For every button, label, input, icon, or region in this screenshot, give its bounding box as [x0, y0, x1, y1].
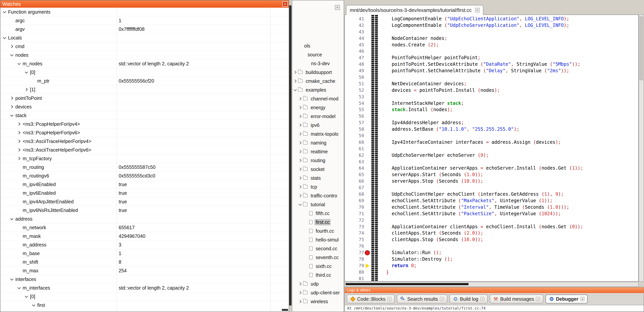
marker-margin[interactable] [364, 256, 371, 263]
tab-debugger[interactable]: Debugger [546, 295, 588, 303]
marker-margin[interactable] [364, 165, 371, 171]
marker-margin[interactable] [364, 81, 371, 87]
watch-row-ns3-asciitracehelperforipv6[interactable]: <ns3::AsciiTraceHelperForIpv6> [0, 146, 289, 154]
marker-margin[interactable] [364, 42, 371, 48]
marker-margin[interactable] [364, 198, 371, 204]
tree-item-hello-simul[interactable]: hello-simul [292, 235, 344, 244]
tree-item-sixth-cc[interactable]: sixth.cc [292, 262, 344, 271]
watch-row-ns3-asciitracehelperforipv4[interactable]: <ns3::AsciiTraceHelperForIpv4> [0, 137, 289, 146]
code-line[interactable]: 52 devices = pointToPoint.Install (nodes… [345, 87, 638, 94]
marker-margin[interactable] [364, 263, 371, 269]
chevron-down-icon[interactable] [3, 36, 6, 39]
marker-margin[interactable] [364, 243, 371, 250]
marker-margin[interactable] [364, 61, 371, 68]
marker-margin[interactable] [364, 100, 371, 107]
chevron-down-icon[interactable] [32, 303, 35, 307]
watch-row-pointtopoint[interactable]: pointToPoint [0, 94, 289, 103]
chevron-right-icon[interactable] [298, 141, 302, 145]
close-icon[interactable] [475, 8, 480, 12]
tree-item-udp[interactable]: udp [292, 279, 344, 288]
code-line[interactable]: 66 serverApps.Stop (Seconds (10.0)); [345, 178, 638, 184]
tree-item-stats[interactable]: stats [292, 174, 344, 182]
marker-margin[interactable] [364, 68, 371, 74]
code-line[interactable]: 69 echoClient.SetAttribute ("MaxPackets"… [345, 198, 638, 204]
chevron-right-icon[interactable] [298, 106, 302, 109]
marker-margin[interactable] [364, 236, 371, 243]
chevron-down-icon[interactable] [298, 203, 302, 206]
tree-item-naming[interactable]: naming [292, 138, 344, 147]
watches-horizontal-scrollbar[interactable] [282, 309, 288, 311]
tree-item-source[interactable]: source [292, 50, 344, 59]
tree-item-ns-3-dev[interactable]: ns-3-dev [292, 59, 344, 68]
code-line[interactable]: 81 [345, 276, 638, 282]
marker-margin[interactable] [364, 224, 371, 230]
chevron-right-icon[interactable] [10, 105, 13, 109]
watch-row-ns3-pcaphelperforipv6[interactable]: <ns3::PcapHelperForIpv6> [0, 128, 289, 137]
tree-item-energy[interactable]: energy [292, 103, 344, 112]
chevron-right-icon[interactable] [10, 45, 13, 48]
code-area[interactable]: 41 LogComponentEnable ("UdpEchoClientApp… [344, 14, 638, 282]
chevron-right-icon[interactable] [294, 71, 297, 74]
watch-row-m-ptr[interactable]: m_ptr0x5555555ca660 [0, 310, 289, 312]
marker-margin[interactable] [364, 113, 371, 120]
chevron-right-icon[interactable] [17, 123, 20, 126]
code-line[interactable]: 71 echoClient.SetAttribute ("PacketSize"… [345, 211, 638, 217]
marker-margin[interactable] [364, 87, 371, 94]
code-line[interactable]: 70 echoClient.SetAttribute ("Interval", … [345, 204, 638, 211]
watch-row-0[interactable]: [0] [0, 68, 289, 77]
marker-margin[interactable] [364, 250, 371, 256]
marker-margin[interactable] [364, 48, 371, 55]
close-icon[interactable] [536, 297, 540, 301]
chevron-right-icon[interactable] [298, 150, 302, 153]
chevron-down-icon[interactable] [3, 10, 6, 13]
tree-item-realtime[interactable]: realtime [292, 147, 344, 156]
marker-margin[interactable] [364, 22, 371, 29]
chevron-down-icon[interactable] [10, 277, 14, 281]
chevron-down-icon[interactable] [25, 295, 28, 298]
watch-row-locals[interactable]: Locals [0, 33, 289, 42]
close-icon[interactable] [480, 297, 484, 301]
watch-row-m-mask[interactable]: m_mask4294967040 [0, 232, 289, 241]
chevron-right-icon[interactable] [17, 131, 20, 134]
code-line[interactable]: 57 Ipv4AddressHelper address; [345, 120, 638, 126]
watches-vertical-scrollbar[interactable] [289, 5, 292, 306]
watches-titlebar[interactable]: Watches [0, 0, 289, 8]
watch-row-cmd[interactable]: cmd [0, 42, 289, 51]
code-line[interactable]: 59 [345, 133, 638, 139]
tree-item-fifth-cc[interactable]: fifth.cc [292, 209, 344, 218]
watch-row-address[interactable]: address [0, 215, 289, 223]
marker-margin[interactable] [364, 211, 371, 217]
marker-margin[interactable] [364, 152, 371, 159]
close-icon[interactable] [580, 297, 584, 301]
tree-item-examples[interactable]: examples [292, 85, 344, 94]
code-line[interactable]: 49 pointToPoint.SetChannelAttribute ("De… [345, 68, 638, 74]
code-line[interactable]: 80} [345, 269, 638, 276]
chevron-down-icon[interactable] [10, 217, 14, 220]
marker-margin[interactable] [364, 184, 371, 191]
chevron-right-icon[interactable] [17, 157, 20, 160]
watch-row-devices[interactable]: devices [0, 103, 289, 111]
watch-row-m-ipv4enabled[interactable]: m_ipv4Enabledtrue [0, 180, 289, 189]
code-line[interactable]: 42 LogComponentEnable ("UdpEchoServerApp… [345, 22, 638, 29]
code-line[interactable]: 74 clientApps.Start (Seconds (2.0)); [345, 230, 638, 236]
code-line[interactable]: 65 serverApps.Start (Seconds (1.0)); [345, 171, 638, 178]
watch-row-m-ptr[interactable]: m_ptr0x55555556cf20 [0, 77, 289, 85]
code-line[interactable]: 64 ApplicationContainer serverApps = ech… [345, 165, 638, 171]
tree-item-routing[interactable]: routing [292, 156, 344, 165]
tree-item-first-cc[interactable]: first.cc [292, 218, 344, 227]
watch-row-argv[interactable]: argv0x7fffffffdf08 [0, 25, 289, 33]
watch-row-m-interfaces[interactable]: m_interfacesstd::vector of length 2, cap… [0, 284, 289, 292]
code-line[interactable]: 47 PointToPointHelper pointToPoint; [345, 55, 638, 61]
chevron-right-icon[interactable] [298, 115, 302, 118]
watch-row-m-ipv6nsrsjitterenabled[interactable]: m_ipv6NsRsJitterEnabledtrue [0, 206, 289, 215]
tree-item-fourth-cc[interactable]: fourth.cc [292, 227, 344, 235]
tab-code-blocks[interactable]: Code::Blocks [347, 295, 394, 303]
code-line[interactable]: 43 [345, 29, 638, 35]
marker-margin[interactable] [364, 230, 371, 236]
close-icon[interactable] [335, 5, 340, 10]
chevron-down-icon[interactable] [18, 62, 21, 65]
watch-row-m-network[interactable]: m_network655617 [0, 223, 289, 232]
logs-titlebar[interactable]: Logs & others [345, 287, 644, 293]
chevron-right-icon[interactable] [17, 148, 20, 152]
tree-item-error-model[interactable]: error-model [292, 112, 344, 121]
